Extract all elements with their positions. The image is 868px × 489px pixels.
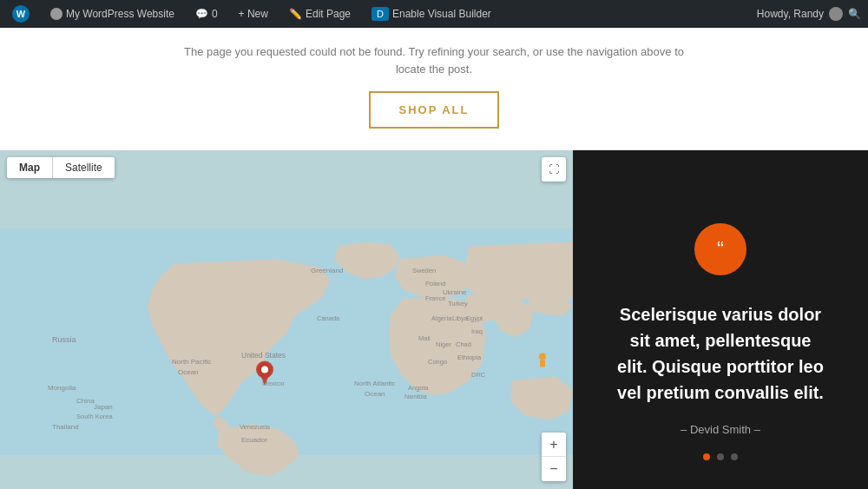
- svg-text:Niger: Niger: [436, 340, 451, 348]
- admin-edit-page[interactable]: ✏️ Edit Page: [284, 0, 356, 28]
- site-name-label: My WordPress Website: [66, 8, 174, 20]
- svg-text:North Pacific: North Pacific: [172, 358, 211, 366]
- top-section: The page you requested could not be foun…: [0, 28, 868, 150]
- svg-text:Ecuador: Ecuador: [241, 436, 267, 444]
- quote-author: – Devid Smith –: [681, 423, 760, 436]
- divi-badge: D: [372, 7, 389, 21]
- wp-logo-icon: W: [12, 5, 30, 23]
- svg-text:Turkey: Turkey: [448, 300, 468, 307]
- avatar: [829, 7, 843, 21]
- admin-site-name[interactable]: My WordPress Website: [45, 0, 180, 28]
- svg-text:Canada: Canada: [317, 314, 340, 322]
- zoom-out-button[interactable]: −: [542, 457, 566, 481]
- not-found-message: The page you requested could not be foun…: [174, 43, 694, 77]
- svg-text:Greenland: Greenland: [311, 267, 343, 274]
- svg-text:Venezuela: Venezuela: [240, 423, 271, 431]
- admin-new[interactable]: + New: [233, 0, 273, 28]
- svg-text:Namibia: Namibia: [404, 393, 427, 400]
- quote-pagination: [703, 453, 738, 460]
- svg-text:Thailand: Thailand: [52, 423, 79, 431]
- divi-builder-label: Enable Visual Builder: [392, 8, 491, 20]
- svg-point-36: [539, 354, 546, 360]
- map-section: Map Satellite ⛶: [0, 150, 573, 489]
- edit-icon: ✏️: [289, 8, 302, 20]
- map-tab-satellite[interactable]: Satellite: [53, 157, 115, 178]
- quote-dot-1[interactable]: [703, 453, 710, 460]
- svg-text:United States: United States: [241, 351, 286, 360]
- quote-dot-2[interactable]: [717, 453, 724, 460]
- svg-text:Chad: Chad: [456, 340, 471, 348]
- svg-text:Ocean: Ocean: [365, 390, 385, 398]
- svg-text:DRC: DRC: [471, 371, 486, 379]
- svg-text:France: France: [425, 294, 445, 302]
- svg-text:Russia: Russia: [52, 335, 76, 344]
- shop-all-button[interactable]: SHOP ALL: [369, 91, 498, 129]
- quote-mark: “: [717, 237, 724, 261]
- svg-text:Algeria: Algeria: [431, 314, 452, 322]
- admin-bar-right: Howdy, Randy 🔍: [757, 7, 861, 21]
- svg-text:Mongolia: Mongolia: [48, 384, 76, 392]
- svg-text:Japan: Japan: [94, 403, 113, 411]
- map-expand-button[interactable]: ⛶: [542, 157, 566, 182]
- svg-text:Egypt: Egypt: [466, 314, 483, 322]
- svg-text:Ukraine: Ukraine: [443, 288, 467, 296]
- svg-text:Sweden: Sweden: [412, 267, 436, 274]
- svg-text:Mali: Mali: [418, 334, 431, 342]
- admin-divi[interactable]: D Enable Visual Builder: [366, 0, 496, 28]
- svg-text:North Atlantic: North Atlantic: [354, 380, 396, 387]
- svg-text:China: China: [76, 397, 95, 405]
- new-label: + New: [239, 8, 268, 20]
- search-icon[interactable]: 🔍: [848, 8, 861, 20]
- svg-text:Poland: Poland: [425, 280, 445, 287]
- svg-text:Angola: Angola: [408, 384, 429, 392]
- quote-text: Scelerisque varius dolor sit amet, pelle…: [616, 301, 825, 406]
- quote-dot-3[interactable]: [731, 453, 738, 460]
- map-canvas: Russia Mongolia China South Korea Japan …: [0, 150, 573, 489]
- admin-comments[interactable]: 💬 0: [190, 0, 223, 28]
- comment-count: 0: [212, 8, 218, 20]
- edit-page-label: Edit Page: [306, 8, 351, 20]
- svg-point-35: [261, 367, 268, 373]
- map-controls: Map Satellite: [7, 157, 115, 178]
- comment-icon: 💬: [195, 8, 208, 20]
- quote-icon: “: [694, 223, 746, 275]
- main-content: Map Satellite ⛶: [0, 150, 868, 489]
- svg-rect-37: [540, 360, 545, 367]
- howdy-label: Howdy, Randy: [757, 8, 824, 20]
- expand-icon: ⛶: [549, 163, 559, 175]
- svg-text:Iraq: Iraq: [471, 327, 483, 335]
- map-tab-map[interactable]: Map: [7, 157, 52, 178]
- svg-text:Ethiopia: Ethiopia: [457, 354, 482, 361]
- admin-bar: W My WordPress Website 💬 0 + New ✏️ Edit…: [0, 0, 868, 28]
- map-zoom-controls: + −: [542, 433, 566, 481]
- zoom-in-button[interactable]: +: [542, 433, 566, 457]
- svg-text:South Korea: South Korea: [76, 413, 114, 420]
- admin-wp-logo[interactable]: W: [7, 0, 35, 28]
- svg-text:Ocean: Ocean: [178, 368, 199, 376]
- svg-text:Congo: Congo: [428, 358, 447, 366]
- quote-section: “ Scelerisque varius dolor sit amet, pel…: [573, 150, 868, 489]
